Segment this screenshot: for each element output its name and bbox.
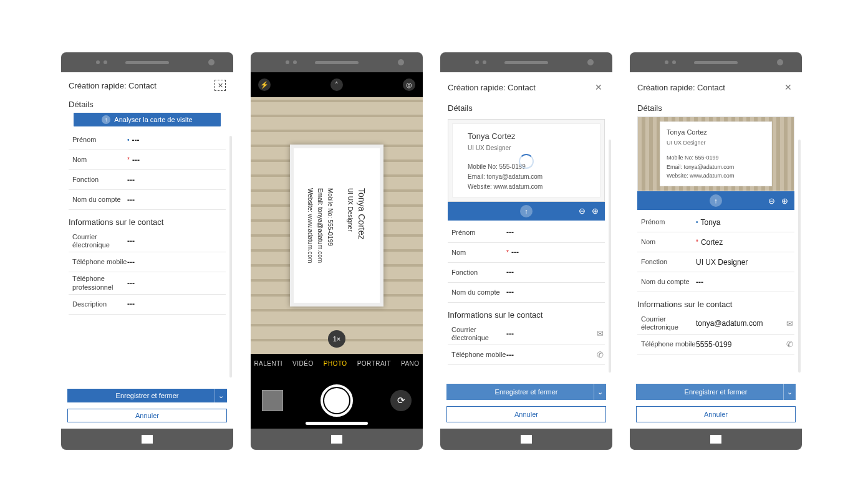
zoom-in-icon[interactable]: ⊕ xyxy=(781,196,788,206)
fonction-field[interactable]: --- xyxy=(127,176,226,184)
chevron-down-icon[interactable]: ⌄ xyxy=(594,384,606,400)
prenom-label: Prénom xyxy=(637,218,696,226)
email-action-icon[interactable]: ✉ xyxy=(786,319,793,328)
mobile-field[interactable]: --- xyxy=(127,258,226,267)
save-close-button[interactable]: Enregistrer et fermer ⌄ xyxy=(67,389,227,402)
zoom-out-icon[interactable]: ⊖ xyxy=(768,196,775,206)
card-preview: Tonya Cortez UI UX Designer Mobile No: 5… xyxy=(448,119,605,202)
upload-icon[interactable]: ↑ xyxy=(520,205,533,217)
mode-portrait[interactable]: PORTRAIT xyxy=(357,360,391,367)
fonction-field[interactable]: --- xyxy=(506,268,605,277)
scrollbar[interactable] xyxy=(229,136,232,378)
compte-field[interactable]: --- xyxy=(506,288,605,297)
required-indicator: * xyxy=(127,156,132,163)
contact-section-label: Informations sur le contact xyxy=(69,210,226,231)
nom-field[interactable]: Cortez xyxy=(701,238,794,247)
home-indicator[interactable] xyxy=(306,422,368,425)
close-button[interactable]: ✕ xyxy=(782,80,794,95)
camera-mode-selector[interactable]: RALENTI VIDÉO PHOTO PORTRAIT PANO xyxy=(251,354,423,373)
scrollbar[interactable] xyxy=(609,140,611,373)
upload-icon[interactable]: ↑ xyxy=(710,194,722,207)
mode-pano[interactable]: PANO xyxy=(401,360,420,367)
phone-speaker-bar xyxy=(630,52,802,72)
prenom-field[interactable]: --- xyxy=(132,136,226,145)
business-card: Tonya Cortez UI UX Designer Mobile No: 5… xyxy=(290,145,383,307)
email-field[interactable]: --- xyxy=(127,237,226,245)
mobile-field[interactable]: --- xyxy=(506,351,605,359)
compte-field[interactable]: --- xyxy=(127,196,226,204)
save-close-button[interactable]: Enregistrer et fermer ⌄ xyxy=(636,384,796,400)
nom-label: Nom xyxy=(448,249,506,257)
mobile-field[interactable]: 5555-0199 xyxy=(696,340,794,349)
scrollbar[interactable] xyxy=(798,140,801,373)
fonction-label: Fonction xyxy=(448,269,506,277)
cancel-button[interactable]: Annuler xyxy=(446,406,606,422)
phone-action-icon[interactable]: ✆ xyxy=(786,340,793,349)
phone-mockup-3: Création rapide: Contact ✕ Détails Tonya… xyxy=(440,52,612,450)
mode-ralenti[interactable]: RALENTI xyxy=(254,360,282,367)
phone-mockup-1: Création rapide: Contact ✕ Détails ↑ Ana… xyxy=(61,52,233,450)
compte-label: Nom du compte xyxy=(69,196,127,204)
mode-video[interactable]: VIDÉO xyxy=(292,360,314,367)
phone-field[interactable]: --- xyxy=(127,279,226,288)
fonction-label: Fonction xyxy=(69,176,127,184)
card-preview: Tonya Cortez UI UX Designer Mobile No: 5… xyxy=(637,116,794,191)
mode-photo[interactable]: PHOTO xyxy=(324,360,347,367)
nom-field[interactable]: --- xyxy=(132,156,226,164)
prenom-label: Prénom xyxy=(448,229,506,237)
home-button[interactable] xyxy=(521,435,532,444)
preview-toolbar: ↑ ⊖ ⊕ xyxy=(637,191,794,210)
scan-card-button[interactable]: ↑ Analyser la carte de visite xyxy=(74,113,221,126)
loading-spinner-icon xyxy=(519,154,534,169)
fonction-label: Fonction xyxy=(637,258,696,266)
close-button[interactable]: ✕ xyxy=(215,80,226,91)
mobile-label: Téléphone mobile xyxy=(69,258,127,266)
phone-mockup-4: Création rapide: Contact ✕ Détails Tonya… xyxy=(630,52,802,450)
required-indicator: * xyxy=(696,239,701,245)
page-title: Création rapide: Contact xyxy=(637,83,725,92)
switch-camera-icon[interactable]: ⟳ xyxy=(390,390,412,411)
zoom-level[interactable]: 1× xyxy=(328,330,345,348)
cancel-button[interactable]: Annuler xyxy=(67,409,227,422)
compte-label: Nom du compte xyxy=(448,288,506,297)
shutter-button[interactable] xyxy=(321,384,353,417)
prenom-field[interactable]: Tonya xyxy=(701,218,794,227)
home-button[interactable] xyxy=(710,435,721,444)
save-close-button[interactable]: Enregistrer et fermer ⌄ xyxy=(446,384,606,400)
home-button[interactable] xyxy=(331,435,342,444)
live-photo-icon[interactable]: ◎ xyxy=(403,78,415,91)
nom-label: Nom xyxy=(637,238,696,246)
phone-mockup-2: ⚡ ˄ ◎ Tonya Cortez UI UX Designer Mobile… xyxy=(251,52,423,450)
details-label: Détails xyxy=(69,92,226,113)
details-label: Détails xyxy=(448,96,605,116)
email-label: Courrier électronique xyxy=(69,233,127,249)
close-button[interactable]: ✕ xyxy=(592,80,605,95)
email-action-icon[interactable]: ✉ xyxy=(597,329,604,338)
compte-field[interactable]: --- xyxy=(696,278,794,287)
fonction-field[interactable]: UI UX Designer xyxy=(696,258,794,267)
phone-speaker-bar xyxy=(440,52,612,72)
email-field[interactable]: --- xyxy=(506,330,605,338)
cancel-button[interactable]: Annuler xyxy=(636,406,796,422)
email-label: Courrier électronique xyxy=(637,315,696,331)
chevron-down-icon[interactable]: ⌄ xyxy=(215,389,227,402)
page-title: Création rapide: Contact xyxy=(69,81,157,90)
phone-action-icon[interactable]: ✆ xyxy=(597,350,604,359)
prenom-field[interactable]: --- xyxy=(506,228,605,237)
home-button[interactable] xyxy=(142,435,153,444)
flash-icon[interactable]: ⚡ xyxy=(258,78,271,91)
zoom-in-icon[interactable]: ⊕ xyxy=(592,206,599,216)
chevron-down-icon[interactable]: ⌄ xyxy=(783,384,796,400)
zoom-out-icon[interactable]: ⊖ xyxy=(579,206,586,216)
page-title: Création rapide: Contact xyxy=(448,83,536,92)
gallery-thumbnail[interactable] xyxy=(262,390,283,411)
nom-field[interactable]: --- xyxy=(511,248,605,257)
email-field[interactable]: tonya@adatum.com xyxy=(696,319,794,328)
chevron-up-icon[interactable]: ˄ xyxy=(330,78,343,91)
description-field[interactable]: --- xyxy=(127,300,226,308)
phone-speaker-bar xyxy=(61,52,233,72)
description-label: Description xyxy=(69,300,127,308)
camera-viewfinder: Tonya Cortez UI UX Designer Mobile No: 5… xyxy=(251,97,423,354)
recommended-indicator: • xyxy=(696,219,701,226)
details-label: Détails xyxy=(637,96,794,116)
